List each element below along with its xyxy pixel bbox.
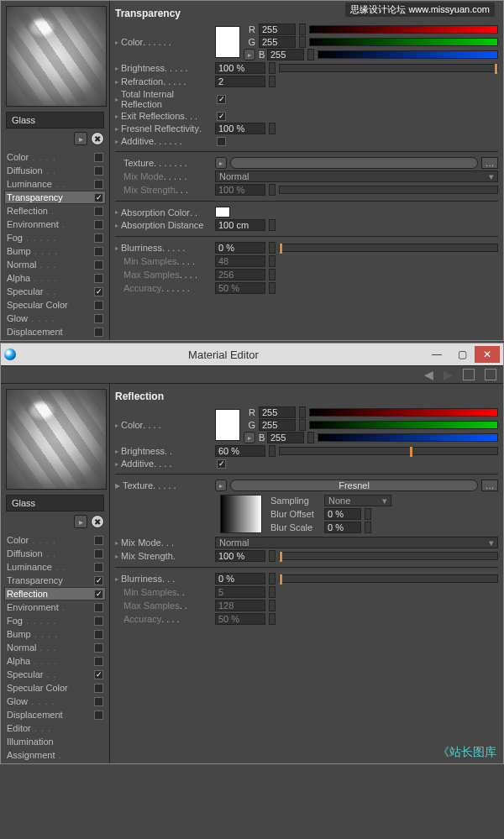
- texture-thumbnail[interactable]: [220, 495, 262, 533]
- channel-illumination[interactable]: Illumination: [4, 735, 106, 748]
- r-spin[interactable]: [299, 24, 306, 35]
- channel-checkbox[interactable]: [94, 301, 103, 310]
- tir-checkbox[interactable]: [217, 95, 226, 104]
- b-input[interactable]: 255: [267, 432, 304, 443]
- channel-specular[interactable]: Specular . .: [4, 285, 106, 298]
- mixstrength-input[interactable]: 100 %: [215, 550, 265, 562]
- channel-checkbox[interactable]: [94, 166, 103, 176]
- channel-checkbox[interactable]: [94, 603, 103, 612]
- channel-displacement[interactable]: Displacement: [4, 708, 106, 721]
- channel-diffusion[interactable]: Diffusion . .: [4, 164, 106, 177]
- blurriness-slider[interactable]: [279, 244, 498, 252]
- refraction-input[interactable]: 2: [215, 76, 265, 87]
- arrow-icon[interactable]: ▸: [74, 132, 87, 145]
- channel-checkbox[interactable]: [94, 260, 103, 270]
- b-slider[interactable]: [318, 50, 498, 59]
- channel-glow[interactable]: Glow . . . .: [4, 695, 106, 708]
- channel-environment[interactable]: Environment .: [4, 218, 106, 231]
- channel-fog[interactable]: Fog . . . . .: [4, 231, 106, 244]
- brightness-slider[interactable]: [279, 64, 498, 72]
- arrow-icon[interactable]: ▸: [74, 515, 87, 528]
- color-swatch[interactable]: [215, 26, 240, 58]
- g-slider[interactable]: [309, 421, 498, 429]
- channel-checkbox[interactable]: [94, 287, 103, 296]
- channel-color[interactable]: Color . . . .: [4, 533, 106, 547]
- channel-normal[interactable]: Normal . . .: [4, 258, 106, 271]
- channel-checkbox[interactable]: [94, 193, 103, 202]
- channel-environment[interactable]: Environment .: [4, 600, 106, 614]
- b-spin[interactable]: [307, 49, 314, 60]
- picker-icon[interactable]: ✖: [91, 132, 104, 145]
- channel-fog[interactable]: Fog . . . . .: [4, 614, 106, 627]
- mixmode-dropdown[interactable]: Normal: [215, 537, 498, 548]
- channel-transparency[interactable]: Transparency: [4, 191, 106, 204]
- channel-specular-color[interactable]: Specular Color: [4, 298, 106, 312]
- r-slider[interactable]: [309, 25, 498, 34]
- channel-bump[interactable]: Bump . . . .: [4, 244, 106, 258]
- channel-displacement[interactable]: Displacement: [4, 325, 106, 338]
- b-input[interactable]: 255: [267, 49, 304, 60]
- material-name[interactable]: Glass: [6, 112, 104, 128]
- channel-checkbox[interactable]: [94, 153, 103, 162]
- fresnel-input[interactable]: 100 %: [215, 123, 265, 134]
- channel-checkbox[interactable]: [94, 630, 103, 639]
- channel-checkbox[interactable]: [94, 684, 103, 693]
- blurriness-slider[interactable]: [279, 574, 498, 583]
- close-button[interactable]: ✕: [475, 346, 500, 363]
- channel-checkbox[interactable]: [94, 233, 103, 243]
- material-preview[interactable]: [6, 389, 107, 490]
- texture-bar[interactable]: Fresnel: [230, 480, 478, 491]
- channel-reflection[interactable]: Reflection .: [4, 587, 106, 600]
- channel-glow[interactable]: Glow . . . .: [4, 312, 106, 325]
- brightness-slider[interactable]: [279, 447, 498, 455]
- texture-browse-button[interactable]: …: [481, 157, 498, 169]
- blur-offset-input[interactable]: 0 %: [324, 508, 361, 520]
- channel-checkbox[interactable]: [94, 328, 103, 337]
- brightness-input[interactable]: 60 %: [215, 445, 265, 457]
- channel-editor[interactable]: Editor . . .: [4, 721, 106, 735]
- channel-checkbox[interactable]: [94, 711, 103, 720]
- r-input[interactable]: 255: [259, 24, 296, 35]
- brightness-input[interactable]: 100 %: [215, 62, 265, 74]
- additive-checkbox[interactable]: [217, 459, 226, 469]
- exit-checkbox[interactable]: [217, 112, 226, 121]
- lock-icon[interactable]: [463, 369, 475, 380]
- absorption-swatch[interactable]: [215, 207, 230, 218]
- blurriness-input[interactable]: 0 %: [215, 242, 265, 254]
- channel-luminance[interactable]: Luminance . .: [4, 560, 106, 574]
- blurriness-input[interactable]: 0 %: [215, 573, 265, 585]
- channel-bump[interactable]: Bump . . . .: [4, 627, 106, 641]
- g-spin[interactable]: [299, 36, 306, 48]
- texture-arrow-icon[interactable]: ▸: [215, 157, 227, 169]
- nav-next-icon[interactable]: ▶: [444, 368, 453, 381]
- channel-specular-color[interactable]: Specular Color: [4, 681, 106, 695]
- channel-alpha[interactable]: Alpha . . . .: [4, 654, 106, 668]
- channel-checkbox[interactable]: [94, 207, 103, 216]
- channel-checkbox[interactable]: [94, 180, 103, 189]
- absorption-dist-input[interactable]: 100 cm: [215, 219, 265, 231]
- sampling-dropdown[interactable]: None: [324, 495, 391, 506]
- g-input[interactable]: 255: [259, 419, 296, 431]
- material-name[interactable]: Glass: [6, 495, 104, 511]
- channel-checkbox[interactable]: [94, 616, 103, 626]
- channel-checkbox[interactable]: [94, 563, 103, 572]
- r-slider[interactable]: [309, 408, 498, 417]
- channel-checkbox[interactable]: [94, 670, 103, 679]
- mixstrength-slider[interactable]: [279, 552, 498, 560]
- blur-scale-input[interactable]: 0 %: [324, 522, 361, 533]
- channel-checkbox[interactable]: [94, 314, 103, 323]
- texture-arrow-icon[interactable]: ▸: [215, 480, 227, 491]
- channel-checkbox[interactable]: [94, 220, 103, 229]
- channel-checkbox[interactable]: [94, 549, 103, 558]
- channel-reflection[interactable]: Reflection .: [4, 204, 106, 218]
- channel-checkbox[interactable]: [94, 643, 103, 653]
- channel-checkbox[interactable]: [94, 247, 103, 256]
- channel-alpha[interactable]: Alpha . . . .: [4, 271, 106, 285]
- channel-assignment[interactable]: Assignment .: [4, 748, 106, 762]
- picker-icon[interactable]: ✖: [91, 515, 104, 528]
- color-mode-icon[interactable]: ▸: [244, 432, 255, 443]
- channel-specular[interactable]: Specular . .: [4, 668, 106, 681]
- r-input[interactable]: 255: [259, 406, 296, 418]
- g-slider[interactable]: [309, 38, 498, 46]
- channel-checkbox[interactable]: [94, 657, 103, 666]
